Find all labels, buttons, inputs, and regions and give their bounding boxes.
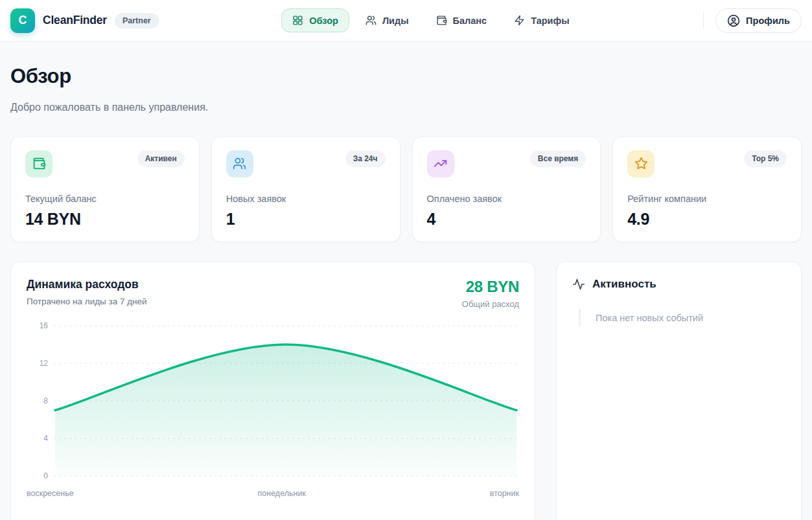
brand-logo-letter: C [19, 14, 27, 27]
topbar-divider [703, 12, 704, 29]
svg-text:4: 4 [43, 434, 48, 443]
chart-total-value: 28 BYN [462, 278, 519, 296]
x-axis-label: понедельник [258, 489, 306, 498]
page-title: Обзор [10, 65, 802, 88]
star-icon [627, 150, 655, 177]
chart-subtitle: Потрачено на лиды за 7 дней [27, 297, 147, 306]
stat-label: Текущий баланс [25, 194, 185, 204]
nav-item-label: Тарифы [531, 16, 569, 26]
stat-card-balance: Активен Текущий баланс 14 BYN [10, 137, 200, 242]
svg-text:8: 8 [43, 396, 48, 405]
x-axis-label: воскресенье [27, 489, 74, 498]
topbar-right: Профиль [703, 8, 802, 33]
activity-icon [572, 278, 585, 291]
status-badge: Все время [530, 150, 586, 167]
trending-up-icon [427, 150, 454, 177]
spend-chart-card: Динамика расходов Потрачено на лиды за 7… [10, 262, 535, 520]
stat-card-new-leads: За 24ч Новых заявок 1 [211, 137, 400, 242]
nav-item-tariffs[interactable]: Тарифы [503, 8, 580, 32]
status-badge: За 24ч [345, 150, 386, 167]
main-nav: Обзор Лиды Баланс [281, 8, 580, 32]
nav-item-label: Обзор [309, 16, 338, 26]
page-subtitle: Добро пожаловать в панель управления. [10, 102, 802, 113]
zap-icon [514, 15, 525, 26]
brand[interactable]: C CleanFinder Partner [10, 8, 159, 33]
users-icon [226, 150, 253, 177]
x-axis-label: вторник [490, 489, 519, 498]
profile-button-label: Профиль [746, 16, 790, 26]
grid-icon [292, 15, 303, 26]
wallet-icon [436, 15, 447, 26]
x-axis-labels: воскресеньепонедельниквторник [27, 489, 519, 498]
stat-value: 1 [226, 210, 386, 229]
stat-value: 4.9 [627, 210, 787, 229]
main-content: Обзор Добро пожаловать в панель управлен… [0, 65, 812, 520]
spend-area-chart: 1612840 [27, 318, 520, 484]
nav-item-label: Баланс [453, 16, 487, 26]
stat-label: Рейтинг компании [627, 194, 787, 204]
svg-text:0: 0 [43, 471, 48, 480]
stat-value: 4 [427, 210, 586, 229]
activity-card: Активность Пока нет новых событий [556, 262, 802, 520]
chart-title: Динамика расходов [27, 278, 147, 291]
stat-label: Новых заявок [226, 194, 386, 204]
bottom-row: Динамика расходов Потрачено на лиды за 7… [10, 262, 802, 520]
activity-title: Активность [592, 278, 656, 291]
svg-text:12: 12 [40, 359, 49, 368]
status-badge: Top 5% [744, 150, 787, 167]
chart-total-label: Общий расход [462, 299, 519, 309]
status-badge: Активен [137, 150, 185, 167]
svg-text:16: 16 [40, 321, 49, 330]
brand-name: CleanFinder [43, 14, 107, 27]
nav-item-label: Лиды [382, 16, 409, 26]
users-icon [365, 15, 377, 26]
wallet-icon [25, 150, 52, 177]
partner-badge: Partner [115, 13, 159, 28]
stat-value: 14 BYN [25, 210, 185, 229]
stat-card-rating: Top 5% Рейтинг компании 4.9 [612, 137, 802, 242]
stats-row: Активен Текущий баланс 14 BYN За 24ч Нов… [10, 137, 802, 242]
stat-label: Оплачено заявок [427, 194, 586, 204]
stat-card-paid-leads: Все время Оплачено заявок 4 [412, 137, 601, 242]
nav-item-leads[interactable]: Лиды [354, 8, 420, 32]
nav-item-overview[interactable]: Обзор [281, 8, 349, 32]
nav-item-balance[interactable]: Баланс [425, 8, 498, 32]
user-circle-icon [727, 14, 740, 27]
brand-logo: C [10, 8, 35, 33]
activity-empty-message: Пока нет новых событий [579, 309, 785, 327]
top-bar: C CleanFinder Partner Обзор Лиды [0, 0, 812, 41]
profile-button[interactable]: Профиль [715, 8, 802, 33]
